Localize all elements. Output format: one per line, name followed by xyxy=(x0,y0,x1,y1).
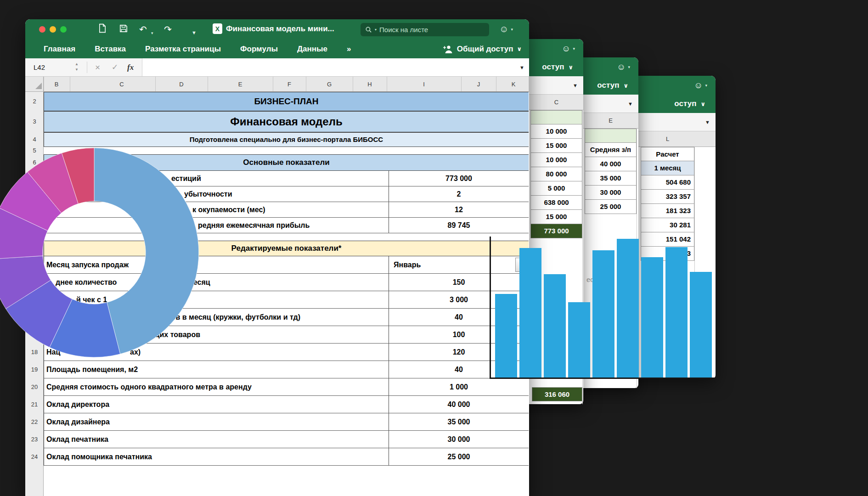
column-header-C[interactable]: C xyxy=(554,95,558,110)
cell-C-6[interactable]: 638 000 xyxy=(530,196,582,210)
cell-L-4[interactable]: 181 323 xyxy=(641,204,694,218)
cell-E-1[interactable]: Средняя з/п xyxy=(585,143,637,157)
search-scope-caret-icon[interactable]: ▾ xyxy=(375,28,377,32)
ribbon-tab-1[interactable]: Вставка xyxy=(95,45,126,54)
cell-L-5[interactable]: 30 281 xyxy=(641,218,694,232)
merged-cell-row-3[interactable]: Финансовая модель xyxy=(44,111,529,132)
merged-cell-row-4[interactable]: Подготовлена специально для бизнес-порта… xyxy=(44,132,529,147)
label-cell-row-21[interactable]: Оклад директора40 000 xyxy=(44,396,529,413)
label-cell-row-19[interactable]: Площадь помещения, м240 xyxy=(44,361,529,378)
undo-caret-icon[interactable]: ▾ xyxy=(151,27,153,39)
name-box[interactable]: L42 xyxy=(34,58,45,77)
row-header-21[interactable]: 21 xyxy=(25,396,44,413)
cell-C-0[interactable] xyxy=(530,110,582,124)
column-header-L[interactable]: L xyxy=(666,131,669,147)
cancel-icon[interactable]: × xyxy=(95,58,100,77)
value-cell-row-22[interactable]: 35 000 xyxy=(389,413,529,430)
row-header-3[interactable]: 3 xyxy=(25,111,44,132)
cell-L-3[interactable]: 323 357 xyxy=(641,190,694,204)
formula-input[interactable] xyxy=(142,58,529,76)
cell-L-0[interactable]: Расчет xyxy=(641,147,694,161)
smiley-icon[interactable]: ☺ xyxy=(562,44,570,54)
chevron-down-icon: ∨ xyxy=(568,64,573,71)
zoom-button[interactable] xyxy=(60,26,67,33)
value-cell-row-9[interactable]: 12 xyxy=(389,202,529,217)
column-header-J[interactable]: J xyxy=(477,77,480,92)
cell-E-0[interactable] xyxy=(585,129,637,143)
column-header-F[interactable]: F xyxy=(287,77,291,92)
cell-C-5[interactable]: 5 000 xyxy=(530,181,582,196)
cell-C-3[interactable]: 10 000 xyxy=(530,153,582,167)
stepper-up-icon: ▲ xyxy=(75,62,79,67)
chevron-down-icon: ∨ xyxy=(700,101,705,107)
bar-chart-axis-tick xyxy=(714,378,716,383)
cell-C-2[interactable]: 15 000 xyxy=(530,139,582,153)
sheet-row-4: 4Подготовлена специально для бизнес-порт… xyxy=(25,132,529,147)
row-header-19[interactable]: 19 xyxy=(25,361,44,378)
feedback-smiley-button[interactable]: ☺ ▾ xyxy=(499,24,513,34)
column-header-K[interactable]: K xyxy=(512,77,516,92)
label-cell-row-22[interactable]: Оклад дизайнера35 000 xyxy=(44,413,529,431)
cell-L-1[interactable]: 1 месяц xyxy=(641,161,694,175)
row-header-4[interactable]: 4 xyxy=(25,132,44,147)
save-icon[interactable] xyxy=(119,23,128,35)
value-cell-row-10[interactable]: 89 745 xyxy=(389,218,529,233)
label-cell-row-23[interactable]: Оклад печатника30 000 xyxy=(44,431,529,448)
row-header-24[interactable]: 24 xyxy=(25,448,44,466)
redo-icon[interactable]: ↷ xyxy=(164,23,172,35)
close-button[interactable] xyxy=(39,26,45,33)
value-cell-row-7[interactable]: 773 000 xyxy=(389,171,529,186)
label-cell-row-24[interactable]: Оклад помощника печатника25 000 xyxy=(44,448,529,466)
cell-E-2[interactable]: 40 000 xyxy=(585,157,637,171)
column-header-C[interactable]: C xyxy=(119,77,124,92)
ribbon-tab-2[interactable]: Разметка страницы xyxy=(145,45,221,54)
bar-chart xyxy=(487,234,716,386)
label-fragment: Оклад помощника печатника xyxy=(46,448,152,465)
sheet-search-input[interactable]: ▾ Поиск на листе xyxy=(361,23,489,36)
ribbon-tab-overflow[interactable]: » xyxy=(347,45,351,54)
row-header-2[interactable]: 2 xyxy=(25,92,44,111)
column-header-I[interactable]: I xyxy=(423,77,425,92)
cell-C-1[interactable]: 10 000 xyxy=(530,124,582,139)
undo-icon[interactable]: ↶ xyxy=(139,23,147,35)
value-cell-row-24[interactable]: 25 000 xyxy=(389,448,529,465)
name-box-stepper[interactable]: ▲ ▼ xyxy=(75,62,79,73)
column-header-H[interactable]: H xyxy=(367,77,372,92)
merged-cell-row-2[interactable]: БИЗНЕС-ПЛАН xyxy=(44,92,529,111)
cell-E-5[interactable]: 25 000 xyxy=(585,200,637,214)
ribbon-tab-3[interactable]: Формулы xyxy=(240,45,278,54)
row-header-20[interactable]: 20 xyxy=(25,378,44,396)
bar-2 xyxy=(544,274,566,378)
formula-bar-caret-icon[interactable]: ▼ xyxy=(519,58,524,77)
smiley-icon[interactable]: ☺ xyxy=(694,80,703,90)
column-header-E[interactable]: E xyxy=(238,77,242,92)
cell-C-4[interactable]: 80 000 xyxy=(530,167,582,181)
select-all-corner[interactable] xyxy=(25,77,44,91)
row-header-23[interactable]: 23 xyxy=(25,431,44,448)
column-header-D[interactable]: D xyxy=(179,77,183,92)
ribbon-tab-0[interactable]: Главная xyxy=(44,45,75,54)
label-cell-row-20[interactable]: Средняя стоимость одного квадратного мет… xyxy=(44,378,529,396)
toolbar-caret-icon[interactable]: ▼ xyxy=(192,27,197,39)
share-button[interactable]: Общий доступ ∨ xyxy=(442,39,522,58)
column-header-B[interactable]: B xyxy=(55,77,59,92)
smiley-caret-icon: ▾ xyxy=(705,83,707,88)
value-cell-row-21[interactable]: 40 000 xyxy=(389,396,529,413)
row-header-22[interactable]: 22 xyxy=(25,413,44,431)
ribbon-tab-4[interactable]: Данные xyxy=(297,45,327,54)
cell-L-2[interactable]: 504 680 xyxy=(641,175,694,190)
cell-C-7[interactable]: 15 000 xyxy=(530,210,582,224)
column-header-G[interactable]: G xyxy=(327,77,332,92)
total-cell[interactable]: 316 060 xyxy=(532,387,582,401)
insert-function-icon[interactable]: fx xyxy=(127,58,134,77)
confirm-icon[interactable]: ✓ xyxy=(112,58,118,77)
smiley-icon[interactable]: ☺ xyxy=(617,62,626,72)
cell-E-3[interactable]: 35 000 xyxy=(585,171,637,186)
column-header-E[interactable]: E xyxy=(609,113,613,128)
value-cell-row-8[interactable]: 2 xyxy=(389,186,529,202)
sheet-row-24: 24Оклад помощника печатника25 000 xyxy=(25,448,529,466)
minimize-button[interactable] xyxy=(50,26,56,33)
cell-E-4[interactable]: 30 000 xyxy=(585,186,637,200)
new-workbook-icon[interactable] xyxy=(99,23,106,35)
value-cell-row-23[interactable]: 30 000 xyxy=(389,431,529,448)
